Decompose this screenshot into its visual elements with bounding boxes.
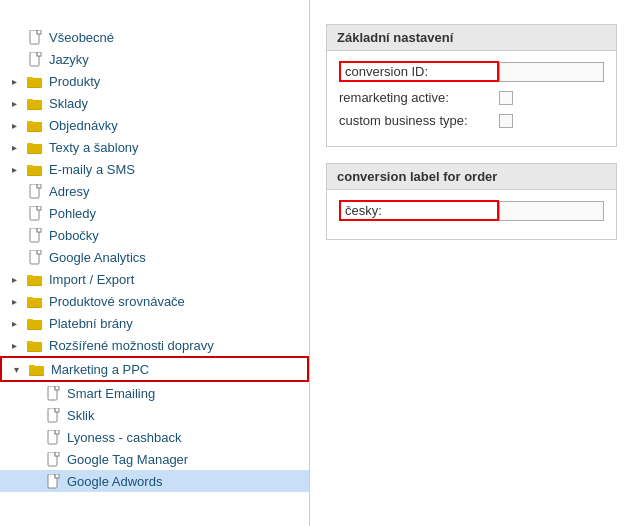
sidebar-item-google-tag-manager[interactable]: Google Tag Manager <box>0 448 309 470</box>
form-label-remarketing-active: remarketing active: <box>339 90 499 105</box>
arrow-icon: ▸ <box>12 296 26 307</box>
folder-icon <box>26 271 44 287</box>
sidebar-item-produkty[interactable]: ▸Produkty <box>0 70 309 92</box>
sidebar-item-label: E-maily a SMS <box>49 162 135 177</box>
sidebar-item-emaily-sms[interactable]: ▸E-maily a SMS <box>0 158 309 180</box>
svg-rect-36 <box>37 250 41 254</box>
form-label-cesky: česky: <box>339 200 499 221</box>
form-row-custom-business-type: custom business type: <box>339 113 604 128</box>
form-label-conversion-id: conversion ID: <box>339 61 499 82</box>
sidebar-item-label: Rozšířené možnosti dopravy <box>49 338 214 353</box>
form-row-conversion-id: conversion ID: <box>339 61 604 82</box>
svg-rect-59 <box>55 386 59 390</box>
sidebar-item-sklady[interactable]: ▸Sklady <box>0 92 309 114</box>
sidebar-title <box>0 10 309 26</box>
sidebar-item-sklik[interactable]: Sklik <box>0 404 309 426</box>
sidebar-item-label: Sklik <box>67 408 94 423</box>
svg-rect-57 <box>29 366 44 375</box>
sidebar-item-label: Pohledy <box>49 206 96 221</box>
folder-icon <box>26 337 44 353</box>
input-conversion-id[interactable] <box>499 62 604 82</box>
sidebar-item-label: Adresy <box>49 184 89 199</box>
arrow-icon: ▸ <box>12 164 26 175</box>
svg-rect-45 <box>27 298 42 307</box>
sidebar-item-label: Objednávky <box>49 118 118 133</box>
folder-icon <box>26 73 44 89</box>
content-area: Základní nastaveníconversion ID:remarket… <box>310 0 633 526</box>
svg-rect-9 <box>27 78 42 87</box>
sidebar-item-google-analytics[interactable]: Google Analytics <box>0 246 309 268</box>
folder-icon <box>26 117 44 133</box>
file-icon <box>44 473 62 489</box>
sidebar-item-label: Jazyky <box>49 52 89 67</box>
sidebar-item-pohledy[interactable]: Pohledy <box>0 202 309 224</box>
sidebar-item-label: Marketing a PPC <box>51 362 149 377</box>
sidebar-item-jazyky[interactable]: Jazyky <box>0 48 309 70</box>
form-label-custom-business-type: custom business type: <box>339 113 499 128</box>
sidebar-item-label: Smart Emailing <box>67 386 155 401</box>
sidebar: VšeobecnéJazyky▸Produkty▸Sklady▸Objednáv… <box>0 0 310 526</box>
folder-icon <box>26 161 44 177</box>
sidebar-item-label: Import / Export <box>49 272 134 287</box>
file-icon <box>26 205 44 221</box>
folder-icon <box>26 139 44 155</box>
arrow-icon: ▸ <box>12 318 26 329</box>
file-icon <box>44 429 62 445</box>
svg-rect-62 <box>55 408 59 412</box>
section-body: česky: <box>327 190 616 239</box>
file-icon <box>26 227 44 243</box>
sidebar-item-label: Google Analytics <box>49 250 146 265</box>
file-icon <box>44 451 62 467</box>
sidebar-item-smart-emailing[interactable]: Smart Emailing <box>0 382 309 404</box>
arrow-icon: ▾ <box>14 364 28 375</box>
input-cesky[interactable] <box>499 201 604 221</box>
sidebar-item-pobocky[interactable]: Pobočky <box>0 224 309 246</box>
section-title: conversion label for order <box>327 164 616 190</box>
svg-rect-49 <box>27 320 42 329</box>
arrow-icon: ▸ <box>12 120 26 131</box>
section-basic-settings: Základní nastaveníconversion ID:remarket… <box>326 24 617 147</box>
sidebar-item-label: Produkty <box>49 74 100 89</box>
file-icon <box>26 249 44 265</box>
svg-rect-4 <box>37 52 41 56</box>
arrow-icon: ▸ <box>12 98 26 109</box>
sidebar-item-objednavky[interactable]: ▸Objednávky <box>0 114 309 136</box>
sidebar-item-texty-sablony[interactable]: ▸Texty a šablony <box>0 136 309 158</box>
svg-rect-68 <box>55 452 59 456</box>
checkbox-custom-business-type[interactable] <box>499 114 513 128</box>
sidebar-item-lyoness[interactable]: Lyoness - cashback <box>0 426 309 448</box>
checkbox-remarketing-active[interactable] <box>499 91 513 105</box>
sidebar-item-adresy[interactable]: Adresy <box>0 180 309 202</box>
svg-rect-65 <box>55 430 59 434</box>
folder-icon <box>28 361 46 377</box>
sidebar-item-import-export[interactable]: ▸Import / Export <box>0 268 309 290</box>
sidebar-item-label: Produktové srovnávače <box>49 294 185 309</box>
sidebar-item-google-adwords[interactable]: Google Adwords <box>0 470 309 492</box>
arrow-icon: ▸ <box>12 274 26 285</box>
arrow-icon: ▸ <box>12 142 26 153</box>
sidebar-item-platebni-brany[interactable]: ▸Platební brány <box>0 312 309 334</box>
arrow-icon: ▸ <box>12 76 26 87</box>
svg-rect-30 <box>37 206 41 210</box>
sidebar-item-label: Google Adwords <box>67 474 162 489</box>
sidebar-item-vseobeobecne[interactable]: Všeobecné <box>0 26 309 48</box>
file-icon <box>26 51 44 67</box>
folder-icon <box>26 315 44 331</box>
sidebar-item-rozsirene-moznosti[interactable]: ▸Rozšířené možnosti dopravy <box>0 334 309 356</box>
sidebar-item-label: Texty a šablony <box>49 140 139 155</box>
section-title: Základní nastavení <box>327 25 616 51</box>
sidebar-item-label: Všeobecné <box>49 30 114 45</box>
file-icon <box>44 407 62 423</box>
form-row-remarketing-active: remarketing active: <box>339 90 604 105</box>
folder-icon <box>26 95 44 111</box>
section-body: conversion ID:remarketing active:custom … <box>327 51 616 146</box>
svg-rect-41 <box>27 276 42 285</box>
sidebar-item-marketing-ppc[interactable]: ▾Marketing a PPC <box>0 356 309 382</box>
sidebar-item-produktove-srovnavace[interactable]: ▸Produktové srovnávače <box>0 290 309 312</box>
section-conversion-label: conversion label for orderčesky: <box>326 163 617 240</box>
svg-rect-1 <box>37 30 41 34</box>
svg-rect-21 <box>27 144 42 153</box>
file-icon <box>26 183 44 199</box>
form-row-cesky: česky: <box>339 200 604 221</box>
sidebar-item-label: Pobočky <box>49 228 99 243</box>
